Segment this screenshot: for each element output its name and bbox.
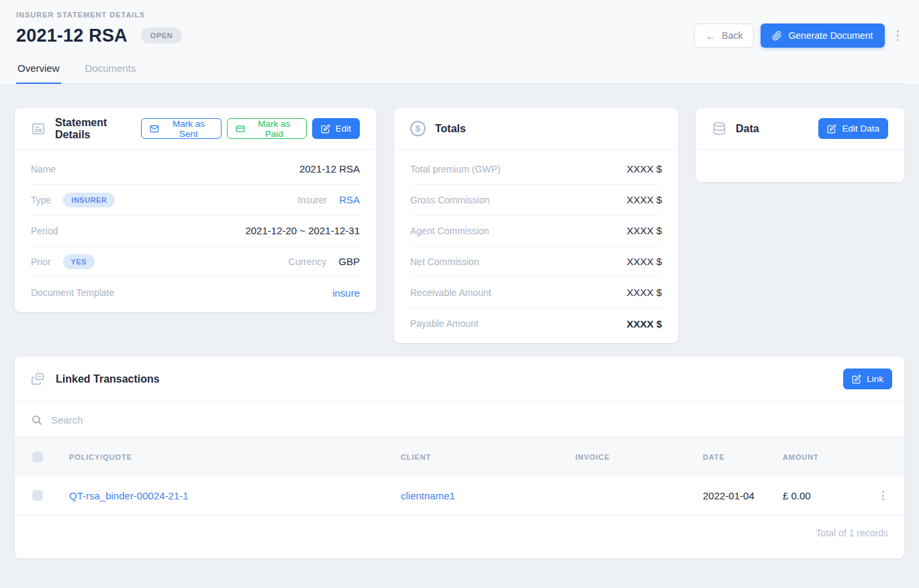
database-icon (712, 121, 726, 136)
breadcrumb: INSURER STATEMENT DETAILS (16, 11, 904, 19)
totals-title: Totals (435, 123, 466, 135)
row-checkbox[interactable] (32, 490, 43, 501)
data-card: Data Edit Data (696, 108, 904, 182)
search-icon (31, 414, 42, 426)
edit-pencil-icon (321, 124, 330, 134)
statement-name-row: Name 2021-12 RSA (31, 154, 360, 185)
edit-statement-button[interactable]: Edit (312, 118, 360, 139)
generate-document-button[interactable]: Generate Document (761, 23, 884, 48)
document-template-link[interactable]: insure (332, 287, 360, 299)
name-value: 2021-12 RSA (299, 163, 360, 175)
payable-amount-row: Payable Amount XXXX $ (410, 308, 662, 339)
tab-overview[interactable]: Overview (16, 62, 61, 84)
amount-cell: £ 0.00 (783, 490, 856, 501)
page-title: 2021-12 RSA (16, 26, 128, 46)
name-label: Name (31, 164, 56, 175)
column-client: CLIENT (401, 453, 575, 461)
period-label: Period (31, 226, 58, 236)
row-kebab-menu[interactable] (878, 487, 888, 503)
header-kebab-menu[interactable] (891, 26, 905, 46)
policy-quote-link[interactable]: QT-rsa_binder-00024-21-1 (69, 490, 401, 501)
edit-pencil-icon (827, 124, 836, 134)
status-badge: OPEN (141, 28, 183, 44)
back-button[interactable]: ← Back (694, 23, 754, 48)
page-header: INSURER STATEMENT DETAILS 2021-12 RSA OP… (0, 0, 919, 84)
mark-as-paid-button[interactable]: Mark as Paid (227, 118, 307, 139)
document-template-label: Document Template (31, 287, 114, 298)
currency-label: Currency (289, 256, 327, 267)
period-value: 2021-12-20 ~ 2021-12-31 (245, 225, 360, 236)
tab-bar: Overview Documents (16, 62, 904, 84)
statement-type-row: Type INSURER Insurer RSA (31, 185, 360, 215)
transactions-table-header: POLICY/QUOTE CLIENT INVOICE DATE AMOUNT (15, 437, 904, 476)
generate-label: Generate Document (788, 30, 873, 41)
tab-documents[interactable]: Documents (84, 62, 138, 84)
linked-transactions-title: Linked Transactions (56, 373, 160, 385)
type-label: Type (31, 195, 51, 205)
statement-prior-row: Prior YES Currency GBP (31, 246, 360, 277)
net-commission-row: Net Commission XXXX $ (410, 246, 662, 277)
prior-label: Prior (31, 256, 51, 267)
back-label: Back (722, 30, 742, 41)
column-date: DATE (703, 453, 783, 461)
dollar-circle-icon: $ (410, 121, 426, 136)
back-arrow-icon: ← (706, 30, 716, 42)
insurer-label: Insurer (298, 195, 328, 205)
client-link[interactable]: clientname1 (401, 490, 575, 501)
receivable-amount-row: Receivable Amount XXXX $ (410, 277, 662, 308)
gross-commission-row: Gross Commission XXXX $ (410, 185, 662, 215)
link-transaction-button[interactable]: Link (843, 369, 892, 389)
edit-data-button[interactable]: Edit Data (818, 118, 888, 139)
data-card-empty-body (696, 150, 904, 182)
statement-newspaper-icon (31, 121, 46, 136)
statement-details-title: Statement Details (55, 117, 141, 141)
column-amount: AMOUNT (783, 453, 856, 461)
agent-commission-row: Agent Commission XXXX $ (410, 215, 662, 246)
date-cell: 2022-01-04 (703, 490, 783, 501)
select-all-checkbox[interactable] (32, 452, 43, 462)
prior-badge: YES (63, 254, 95, 269)
page: INSURER STATEMENT DETAILS 2021-12 RSA OP… (0, 0, 919, 588)
data-card-title: Data (736, 123, 759, 135)
records-total: Total of 1 records (15, 516, 904, 558)
edit-pencil-icon (852, 375, 861, 384)
total-premium-row: Total premium (GWP) XXXX $ (410, 154, 662, 185)
column-policy-quote: POLICY/QUOTE (69, 453, 401, 461)
search-input[interactable] (51, 414, 888, 426)
transactions-search-row (15, 402, 904, 437)
table-row: QT-rsa_binder-00024-21-1 clientname1 202… (15, 476, 904, 516)
totals-card: $ Totals Total premium (GWP) XXXX $ Gros… (394, 108, 678, 343)
statement-period-row: Period 2021-12-20 ~ 2021-12-31 (31, 215, 360, 246)
insurer-link[interactable]: RSA (339, 194, 360, 205)
currency-value: GBP (338, 256, 360, 267)
statement-template-row: Document Template insure (31, 277, 360, 308)
envelope-icon (150, 124, 159, 134)
paperclip-icon (772, 31, 782, 41)
type-badge: INSURER (63, 193, 115, 207)
content-area: Statement Details Mark as Sent (0, 84, 919, 558)
wallet-icon (236, 124, 245, 134)
column-invoice: INVOICE (575, 453, 703, 461)
mark-as-sent-button[interactable]: Mark as Sent (141, 118, 222, 139)
statement-details-card: Statement Details Mark as Sent (15, 108, 376, 312)
linked-copy-icon (31, 372, 45, 386)
linked-transactions-card: Linked Transactions Link (15, 356, 904, 558)
